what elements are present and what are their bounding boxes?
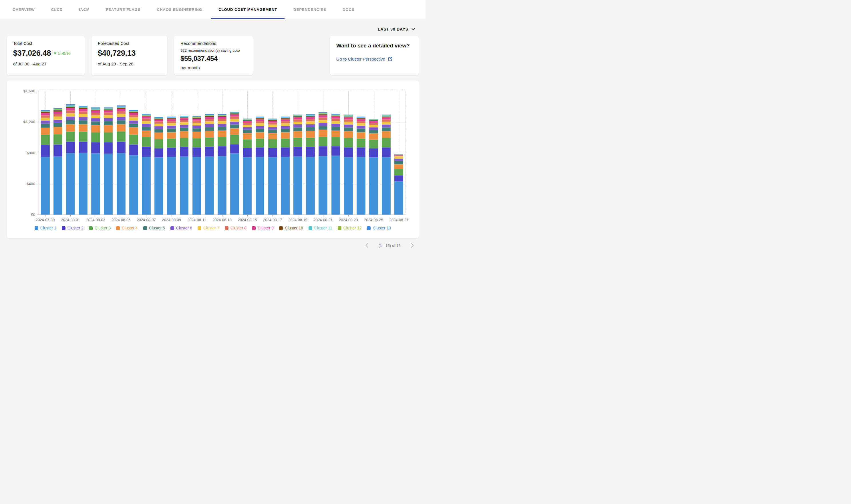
bar-segment-cluster-7[interactable]	[318, 120, 327, 123]
bar-segment-cluster-3[interactable]	[154, 139, 163, 148]
bar-segment-cluster-5[interactable]	[192, 128, 201, 132]
bar-segment-cluster-5[interactable]	[167, 129, 176, 132]
bar-segment-cluster-2[interactable]	[192, 147, 201, 157]
bar-segment-cluster-2[interactable]	[180, 147, 189, 156]
bar-segment-cluster-6[interactable]	[205, 124, 214, 127]
bar-segment-cluster-4[interactable]	[205, 131, 214, 138]
bar-segment-cluster-6[interactable]	[256, 126, 264, 129]
bar-segment-cluster-5[interactable]	[129, 124, 138, 128]
bar-segment-cluster-7[interactable]	[129, 118, 138, 120]
bar-segment-cluster-3[interactable]	[142, 137, 151, 147]
bar-segment-cluster-5[interactable]	[243, 130, 251, 133]
bar-segment-cluster-6[interactable]	[293, 124, 302, 127]
bar-segment-cluster-3[interactable]	[382, 138, 390, 147]
bar-segment-cluster-6[interactable]	[306, 124, 315, 127]
bar-segment-cluster-6[interactable]	[104, 118, 113, 121]
bar-segment-cluster-3[interactable]	[318, 137, 327, 146]
bar-segment-cluster-4[interactable]	[357, 132, 365, 139]
bar-segment-cluster-3[interactable]	[79, 132, 87, 142]
bar-segment-cluster-2[interactable]	[66, 142, 75, 153]
bar-segment-cluster-1[interactable]	[243, 157, 251, 215]
bar-segment-cluster-3[interactable]	[281, 139, 290, 147]
bar-segment-cluster-4[interactable]	[180, 131, 189, 138]
bar-segment-cluster-6[interactable]	[318, 123, 327, 126]
bar-segment-cluster-2[interactable]	[243, 148, 251, 157]
bar-segment-cluster-2[interactable]	[53, 145, 62, 157]
bar-segment-cluster-1[interactable]	[256, 157, 264, 215]
bar-segment-cluster-2[interactable]	[79, 142, 87, 153]
bar-segment-cluster-6[interactable]	[382, 125, 390, 127]
tab-dependencies[interactable]: DEPENDENCIES	[293, 0, 326, 19]
bar-segment-cluster-6[interactable]	[394, 159, 403, 161]
bar-segment-cluster-8[interactable]	[331, 119, 340, 121]
bar-segment-cluster-4[interactable]	[167, 132, 176, 139]
legend-item-cluster-9[interactable]: Cluster 9	[252, 226, 274, 230]
bar-segment-cluster-3[interactable]	[66, 132, 75, 142]
bar-segment-cluster-7[interactable]	[281, 123, 290, 126]
bar-segment-cluster-2[interactable]	[281, 147, 290, 157]
bar-segment-cluster-6[interactable]	[117, 117, 125, 120]
tab-iacm[interactable]: IACM	[79, 0, 89, 19]
bar-segment-cluster-7[interactable]	[331, 121, 340, 124]
bar-segment-cluster-1[interactable]	[53, 157, 62, 215]
bar-segment-cluster-6[interactable]	[230, 122, 239, 125]
bar-segment-cluster-1[interactable]	[230, 154, 239, 215]
bar-segment-cluster-3[interactable]	[357, 139, 365, 147]
bar-segment-cluster-6[interactable]	[281, 126, 290, 129]
bar-segment-cluster-5[interactable]	[117, 120, 125, 124]
bar-segment-cluster-8[interactable]	[306, 119, 315, 122]
bar-segment-cluster-9[interactable]	[117, 109, 125, 111]
bar-segment-cluster-5[interactable]	[91, 122, 100, 125]
bar-segment-cluster-6[interactable]	[41, 121, 50, 124]
bar-segment-cluster-1[interactable]	[281, 157, 290, 215]
bar-segment-cluster-3[interactable]	[230, 135, 239, 144]
bar-segment-cluster-1[interactable]	[306, 157, 315, 215]
bar-segment-cluster-8[interactable]	[256, 121, 264, 123]
bar-segment-cluster-9[interactable]	[142, 116, 151, 119]
bar-segment-cluster-8[interactable]	[104, 112, 113, 115]
bar-segment-cluster-8[interactable]	[281, 121, 290, 123]
legend-item-cluster-1[interactable]: Cluster 1	[35, 226, 56, 230]
bar-segment-cluster-6[interactable]	[344, 125, 353, 127]
bar-segment-cluster-9[interactable]	[218, 117, 226, 119]
bar-segment-cluster-4[interactable]	[318, 130, 327, 137]
bar-segment-cluster-8[interactable]	[205, 119, 214, 122]
bar-segment-cluster-8[interactable]	[91, 113, 100, 115]
bar-segment-cluster-4[interactable]	[154, 132, 163, 139]
bar-segment-cluster-1[interactable]	[79, 153, 87, 215]
bar-segment-cluster-9[interactable]	[306, 117, 315, 119]
bar-segment-cluster-6[interactable]	[142, 124, 151, 127]
bar-segment-cluster-7[interactable]	[41, 118, 50, 121]
bar-segment-cluster-4[interactable]	[230, 128, 239, 135]
bar-segment-cluster-1[interactable]	[369, 158, 378, 215]
bar-segment-cluster-2[interactable]	[230, 144, 239, 154]
bar-segment-cluster-6[interactable]	[357, 126, 365, 129]
bar-segment-cluster-3[interactable]	[331, 137, 340, 146]
bar-segment-cluster-3[interactable]	[293, 138, 302, 147]
bar-segment-cluster-5[interactable]	[205, 127, 214, 131]
bar-segment-cluster-7[interactable]	[230, 119, 239, 122]
bar-segment-cluster-8[interactable]	[192, 121, 201, 123]
bar-segment-cluster-4[interactable]	[218, 130, 226, 137]
bar-segment-cluster-7[interactable]	[357, 123, 365, 126]
bar-segment-cluster-3[interactable]	[243, 140, 251, 148]
bar-segment-cluster-1[interactable]	[91, 154, 100, 215]
bar-segment-cluster-6[interactable]	[192, 125, 201, 128]
bar-segment-cluster-1[interactable]	[41, 157, 50, 215]
bar-segment-cluster-7[interactable]	[256, 123, 264, 126]
tab-feature-flags[interactable]: FEATURE FLAGS	[106, 0, 140, 19]
bar-segment-cluster-1[interactable]	[129, 156, 138, 215]
bar-segment-cluster-6[interactable]	[79, 117, 87, 120]
bar-segment-cluster-7[interactable]	[91, 115, 100, 118]
bar-segment-cluster-9[interactable]	[91, 111, 100, 113]
bar-segment-cluster-9[interactable]	[104, 111, 113, 113]
bar-segment-cluster-1[interactable]	[268, 157, 277, 215]
bar-segment-cluster-6[interactable]	[369, 127, 378, 130]
bar-segment-cluster-2[interactable]	[293, 147, 302, 157]
bar-segment-cluster-1[interactable]	[192, 157, 201, 215]
bar-segment-cluster-5[interactable]	[230, 125, 239, 128]
bar-segment-cluster-7[interactable]	[117, 114, 125, 117]
bar-segment-cluster-7[interactable]	[293, 122, 302, 125]
bar-segment-cluster-6[interactable]	[53, 120, 62, 123]
bar-segment-cluster-7[interactable]	[218, 121, 226, 124]
